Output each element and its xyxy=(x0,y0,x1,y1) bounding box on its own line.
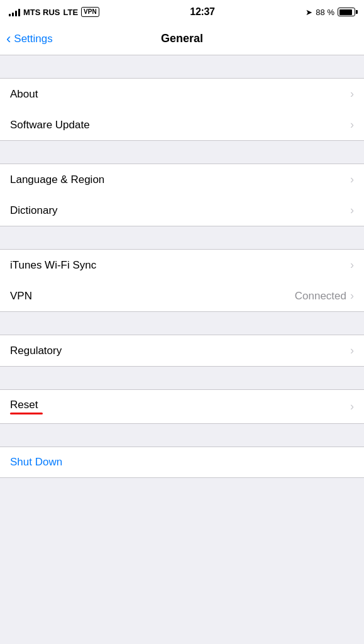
section-gap-6 xyxy=(0,424,364,447)
status-right: ➤ 88 % xyxy=(306,8,355,17)
row-label: Dictionary xyxy=(10,204,58,217)
status-bar: MTS RUS LTE VPN 12:37 ➤ 88 % xyxy=(0,0,364,23)
row-content: Regulatory xyxy=(10,345,62,357)
row-right: › xyxy=(350,204,354,217)
row-content: Reset xyxy=(10,399,43,414)
bottom-gap xyxy=(0,478,364,503)
row-right: › xyxy=(350,87,354,101)
row-content: VPN xyxy=(10,290,32,303)
shutdown-label: Shut Down xyxy=(10,456,62,468)
location-icon: ➤ xyxy=(306,8,312,17)
carrier-label: MTS RUS xyxy=(23,8,60,17)
list-item[interactable]: Dictionary › xyxy=(0,195,364,226)
section-gap-5 xyxy=(0,367,364,389)
row-right: › xyxy=(350,118,354,131)
row-content: iTunes Wi-Fi Sync xyxy=(10,259,96,272)
list-item[interactable]: Reset › xyxy=(0,390,364,423)
back-button[interactable]: ‹ Settings xyxy=(6,32,53,46)
settings-group-1: About › Software Update › xyxy=(0,78,364,141)
row-right: › xyxy=(350,344,354,357)
row-label: VPN xyxy=(10,290,32,303)
row-right: › xyxy=(350,258,354,272)
row-content: About xyxy=(10,88,38,101)
settings-group-5: Reset › xyxy=(0,389,364,424)
shutdown-row[interactable]: Shut Down xyxy=(0,447,364,478)
network-label: LTE xyxy=(63,8,79,17)
row-content: Dictionary xyxy=(10,204,58,217)
reset-underline xyxy=(10,413,43,414)
list-item[interactable]: Language & Region › xyxy=(0,164,364,195)
chevron-icon: › xyxy=(350,87,354,101)
row-label: About xyxy=(10,88,38,101)
row-right: Connected › xyxy=(295,289,354,303)
chevron-icon: › xyxy=(350,289,354,303)
row-label: iTunes Wi-Fi Sync xyxy=(10,259,96,272)
list-item[interactable]: Regulatory › xyxy=(0,335,364,366)
row-label: Reset xyxy=(10,399,43,411)
battery-percent: 88 % xyxy=(316,8,334,17)
row-label: Regulatory xyxy=(10,345,62,357)
chevron-icon: › xyxy=(350,204,354,217)
nav-bar: ‹ Settings General xyxy=(0,23,364,55)
list-item[interactable]: VPN Connected › xyxy=(0,280,364,311)
row-content: Software Update xyxy=(10,119,90,131)
list-item[interactable]: iTunes Wi-Fi Sync › xyxy=(0,250,364,280)
vpn-badge: VPN xyxy=(81,7,99,17)
section-gap-2 xyxy=(0,141,364,164)
page-title: General xyxy=(161,32,203,45)
back-chevron-icon: ‹ xyxy=(6,32,11,46)
chevron-icon: › xyxy=(350,173,354,186)
row-right: › xyxy=(350,400,354,413)
chevron-icon: › xyxy=(350,118,354,131)
status-time: 12:37 xyxy=(190,6,214,18)
status-left: MTS RUS LTE VPN xyxy=(9,7,99,17)
row-label: Language & Region xyxy=(10,174,104,186)
chevron-icon: › xyxy=(350,400,354,413)
settings-group-2: Language & Region › Dictionary › xyxy=(0,164,364,226)
section-gap-1 xyxy=(0,55,364,78)
battery-icon xyxy=(338,8,355,16)
section-gap-3 xyxy=(0,226,364,249)
row-right: › xyxy=(350,173,354,186)
row-value: Connected xyxy=(295,290,346,303)
row-content: Language & Region xyxy=(10,174,104,186)
signal-bars-icon xyxy=(9,8,20,16)
settings-group-3: iTunes Wi-Fi Sync › VPN Connected › xyxy=(0,249,364,312)
chevron-icon: › xyxy=(350,258,354,272)
chevron-icon: › xyxy=(350,344,354,357)
section-gap-4 xyxy=(0,312,364,335)
battery-fill xyxy=(339,9,352,15)
settings-group-4: Regulatory › xyxy=(0,335,364,367)
list-item[interactable]: About › xyxy=(0,79,364,109)
row-label: Software Update xyxy=(10,119,90,131)
list-item[interactable]: Software Update › xyxy=(0,109,364,140)
back-label: Settings xyxy=(14,33,52,45)
